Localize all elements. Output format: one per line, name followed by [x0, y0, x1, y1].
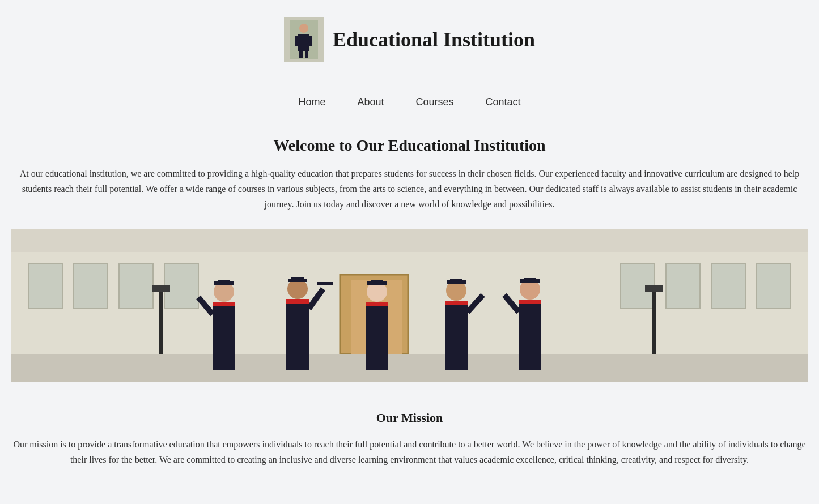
svg-rect-19 — [757, 263, 791, 309]
mission-text: Our mission is to provide a transformati… — [11, 437, 808, 467]
main-content: Welcome to Our Educational Institution A… — [0, 131, 819, 405]
svg-rect-47 — [519, 300, 541, 304]
svg-rect-9 — [28, 263, 62, 309]
svg-rect-3 — [295, 36, 300, 46]
svg-rect-11 — [119, 263, 153, 309]
svg-rect-35 — [366, 302, 388, 370]
nav-item-home[interactable]: Home — [282, 91, 341, 114]
svg-rect-5 — [299, 51, 303, 58]
svg-rect-40 — [445, 301, 468, 370]
site-title: Educational Institution — [333, 28, 535, 52]
nav-link-home[interactable]: Home — [282, 91, 341, 114]
logo — [284, 17, 324, 62]
svg-rect-54 — [645, 285, 663, 292]
svg-rect-28 — [286, 299, 309, 370]
hero-image — [11, 229, 808, 382]
svg-rect-41 — [445, 301, 468, 305]
nav-link-courses[interactable]: Courses — [400, 91, 469, 114]
svg-rect-51 — [159, 286, 163, 354]
svg-rect-38 — [371, 280, 383, 283]
mission-section: Our Mission Our mission is to provide a … — [0, 405, 819, 484]
svg-rect-36 — [366, 302, 388, 306]
header: Educational Institution — [0, 0, 819, 79]
svg-rect-49 — [524, 278, 536, 280]
nav-item-contact[interactable]: Contact — [470, 91, 537, 114]
svg-rect-22 — [213, 302, 235, 370]
svg-rect-46 — [519, 300, 541, 370]
svg-rect-31 — [291, 277, 304, 280]
welcome-text: At our educational institution, we are c… — [11, 166, 808, 212]
svg-point-1 — [299, 24, 308, 33]
nav-item-courses[interactable]: Courses — [400, 91, 469, 114]
main-nav: Home About Courses Contact — [0, 79, 819, 131]
svg-rect-6 — [305, 51, 308, 58]
svg-rect-18 — [711, 263, 745, 309]
svg-rect-25 — [218, 280, 230, 283]
nav-link-contact[interactable]: Contact — [470, 91, 537, 114]
svg-rect-33 — [317, 282, 333, 285]
svg-rect-43 — [450, 279, 462, 281]
svg-rect-53 — [652, 286, 656, 354]
svg-rect-52 — [152, 285, 170, 292]
svg-rect-20 — [11, 354, 808, 382]
nav-item-about[interactable]: About — [341, 91, 400, 114]
svg-rect-29 — [286, 299, 309, 304]
mission-title: Our Mission — [11, 411, 808, 425]
nav-list: Home About Courses Contact — [282, 91, 536, 114]
svg-rect-4 — [308, 36, 312, 46]
svg-rect-17 — [666, 263, 700, 309]
welcome-title: Welcome to Our Educational Institution — [11, 136, 808, 155]
svg-rect-23 — [213, 302, 235, 306]
nav-link-about[interactable]: About — [341, 91, 400, 114]
svg-rect-10 — [74, 263, 108, 309]
